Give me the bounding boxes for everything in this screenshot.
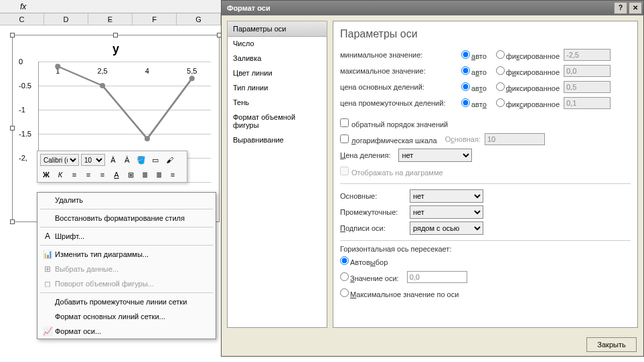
menu-label: Восстановить форматирование стиля: [55, 214, 185, 222]
cross-value-input[interactable]: [407, 271, 467, 283]
chart-icon: 📊: [40, 250, 55, 259]
menu-label: Изменить тип диаграммы...: [55, 250, 149, 258]
separator: [40, 209, 213, 209]
col-header[interactable]: D: [44, 13, 88, 25]
menu-delete[interactable]: Удалить: [37, 193, 216, 207]
resize-handle[interactable]: [10, 33, 15, 37]
nav-alignment[interactable]: Выравнивание: [228, 132, 327, 147]
menu-label: Выбрать данные...: [55, 265, 118, 273]
minor-value-input[interactable]: [564, 97, 611, 109]
show-unit-checkbox[interactable]: Отображать на диаграмме: [340, 167, 443, 177]
major-unit-label: цена основных делений:: [340, 83, 457, 91]
formula-bar: fx: [0, 0, 221, 13]
resize-handle[interactable]: [10, 219, 15, 224]
cross-value-radio[interactable]: Значение оси:: [340, 272, 399, 282]
menu-3d-rotation[interactable]: ◻Поворот объемной фигуры...: [37, 276, 216, 291]
bold-button[interactable]: Ж: [40, 169, 52, 181]
context-menu: Удалить Восстановить форматирование стил…: [37, 192, 216, 339]
align-right-icon[interactable]: ≡: [96, 169, 108, 181]
italic-button[interactable]: К: [54, 169, 66, 181]
separator: [340, 240, 631, 241]
list-icon[interactable]: ≡: [167, 169, 179, 181]
min-value-input[interactable]: [564, 49, 611, 61]
minor-ticks-select[interactable]: нет: [410, 205, 483, 219]
menu-add-gridlines[interactable]: Добавить промежуточные линии сетки: [37, 294, 216, 309]
border-icon[interactable]: ▭: [149, 154, 161, 166]
col-header[interactable]: F: [133, 13, 177, 25]
font-color-icon[interactable]: A: [110, 169, 123, 181]
align-center-icon[interactable]: ≡: [82, 169, 94, 181]
nav-3d-format[interactable]: Формат объемной фигуры: [228, 110, 327, 132]
menu-label: Поворот объемной фигуры...: [55, 280, 154, 288]
col-header[interactable]: C: [0, 13, 44, 25]
help-button[interactable]: ?: [614, 2, 627, 14]
display-unit-select[interactable]: нет: [398, 149, 472, 162]
y-tick: -1: [19, 106, 25, 114]
major-auto-radio[interactable]: авто: [461, 82, 487, 92]
col-header[interactable]: E: [88, 13, 133, 25]
grow-font-icon[interactable]: Â: [107, 154, 119, 166]
column-headers: C D E F G: [0, 13, 221, 25]
menu-label: Формат оси...: [55, 327, 101, 335]
menu-font[interactable]: AШрифт...: [37, 229, 216, 244]
font-size-select[interactable]: 10: [81, 154, 105, 166]
menu-reset-style[interactable]: Восстановить форматирование стиля: [37, 211, 216, 225]
svg-point-2: [145, 136, 150, 141]
nav-fill[interactable]: Заливка: [228, 51, 327, 66]
log-base-input[interactable]: [485, 133, 545, 145]
align-left-icon[interactable]: ≡: [68, 169, 80, 181]
major-ticks-select[interactable]: нет: [410, 189, 483, 203]
col-header[interactable]: G: [177, 13, 221, 25]
reverse-checkbox[interactable]: обратный порядок значений: [340, 118, 448, 128]
format-painter-icon[interactable]: 🖌: [163, 154, 175, 166]
major-ticks-label: Основные:: [340, 192, 406, 200]
shrink-font-icon[interactable]: Ǎ: [121, 154, 133, 166]
dialog-panel: Параметры оси минимальное значение: авто…: [333, 21, 638, 328]
svg-point-3: [189, 76, 195, 81]
menu-format-gridlines[interactable]: Формат основных линий сетки...: [37, 309, 216, 324]
borders-icon[interactable]: ⊞: [125, 169, 137, 181]
axis-icon: 📈: [40, 327, 55, 336]
indent-icon[interactable]: ≣: [139, 169, 151, 181]
chart-title[interactable]: y: [13, 42, 219, 56]
nav-number[interactable]: Число: [228, 36, 327, 51]
axis-labels-select[interactable]: рядом с осью: [410, 221, 483, 235]
reverse-label: обратный порядок значений: [351, 120, 448, 128]
minor-fixed-radio[interactable]: фиксированное: [496, 98, 560, 108]
separator: [40, 245, 213, 246]
max-value-input[interactable]: [564, 65, 611, 77]
dialog-nav: Параметры оси Число Заливка Цвет линии Т…: [227, 21, 327, 328]
log-checkbox[interactable]: логарифмическая шкала: [340, 134, 437, 145]
menu-select-data[interactable]: ⊞Выбрать данные...: [37, 262, 216, 276]
fx-label[interactable]: fx: [20, 2, 26, 11]
dialog-titlebar[interactable]: Формат оси ? ✕: [222, 1, 643, 15]
min-fixed-radio[interactable]: фиксированное: [496, 50, 560, 60]
max-auto-radio[interactable]: авто: [461, 66, 487, 76]
max-fixed-radio[interactable]: фиксированное: [496, 66, 560, 76]
min-auto-radio[interactable]: авто: [461, 50, 487, 60]
major-value-input[interactable]: [564, 81, 611, 93]
y-tick: -2,: [19, 154, 27, 162]
font-family-select[interactable]: Calibri ((: [40, 154, 79, 166]
nav-shadow[interactable]: Тень: [228, 95, 327, 110]
minor-auto-radio[interactable]: авто: [461, 98, 487, 108]
cross-auto-radio[interactable]: Автовыбор: [340, 256, 388, 266]
resize-handle[interactable]: [10, 126, 15, 130]
close-dialog-button[interactable]: Закрыть: [586, 337, 637, 352]
close-button[interactable]: ✕: [629, 2, 642, 14]
nav-line-color[interactable]: Цвет линии: [228, 66, 327, 80]
resize-handle[interactable]: [113, 33, 118, 37]
menu-label: Добавить промежуточные линии сетки: [55, 298, 187, 306]
menu-change-chart-type[interactable]: 📊Изменить тип диаграммы...: [37, 247, 216, 262]
outdent-icon[interactable]: ≣: [153, 169, 165, 181]
menu-format-axis[interactable]: 📈Формат оси...: [37, 324, 216, 339]
nav-axis-options[interactable]: Параметры оси: [227, 21, 327, 37]
fill-color-icon[interactable]: 🪣: [135, 154, 147, 166]
dialog-title-text: Формат оси: [227, 4, 270, 12]
max-label: максимальное значение:: [340, 67, 457, 75]
y-tick: -0.5: [19, 82, 31, 90]
major-fixed-radio[interactable]: фиксированное: [496, 82, 560, 92]
nav-line-style[interactable]: Тип линии: [228, 80, 327, 95]
cross-max-radio[interactable]: Максимальное значение по оси: [340, 288, 459, 298]
cross-heading: Горизонтальная ось пересекает:: [340, 245, 631, 253]
